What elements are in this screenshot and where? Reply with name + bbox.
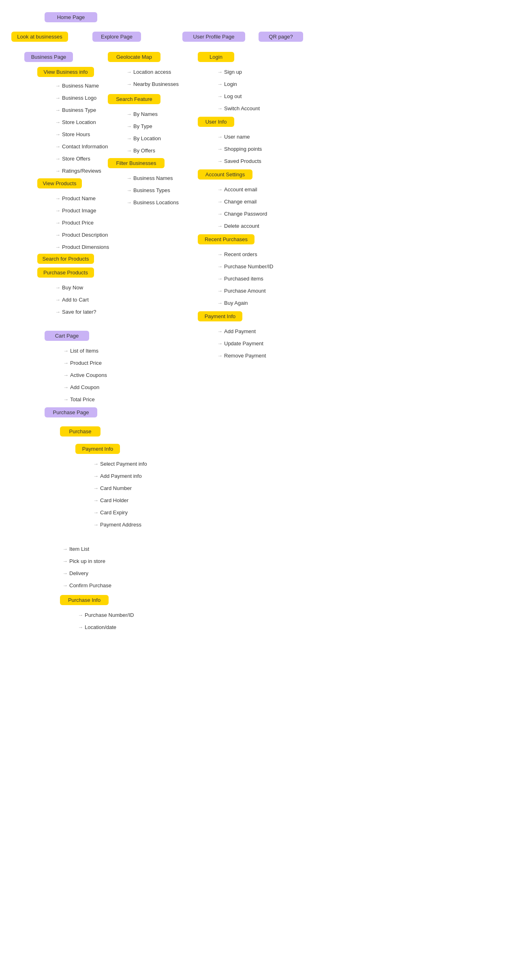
ratings-reviews-node: →Ratings/Reviews bbox=[53, 167, 104, 175]
search-feature-node: Search Feature bbox=[108, 94, 160, 104]
location-access-label: Location access bbox=[133, 69, 171, 75]
switch-account-node: →Switch Account bbox=[215, 105, 262, 112]
add-to-cart-label: Add to Cart bbox=[62, 297, 89, 303]
ratings-reviews-label: Ratings/Reviews bbox=[62, 168, 101, 174]
recent-orders-node: →Recent orders bbox=[215, 250, 260, 258]
recent-purchases-label: Recent Purchases bbox=[205, 236, 248, 242]
explore-page-node: Explore Page bbox=[92, 32, 141, 42]
list-of-items-label: List of Items bbox=[70, 348, 98, 354]
product-image-label: Product Image bbox=[62, 208, 96, 214]
delete-account-label: Delete account bbox=[224, 223, 259, 229]
product-price-cart-label: Product Price bbox=[70, 360, 102, 366]
business-locations-label: Business Locations bbox=[133, 199, 179, 205]
card-number-label: Card Number bbox=[100, 485, 132, 491]
by-type-label: By Type bbox=[133, 123, 152, 129]
delivery-label: Delivery bbox=[69, 570, 88, 576]
product-name-label: Product Name bbox=[62, 195, 96, 201]
user-profile-page-label: User Profile Page bbox=[193, 34, 235, 40]
user-profile-page-node: User Profile Page bbox=[182, 32, 245, 42]
switch-account-label: Switch Account bbox=[224, 105, 260, 111]
add-payment-info-node: →Add Payment info bbox=[91, 472, 144, 480]
nearby-businesses-label: Nearby Businesses bbox=[133, 81, 179, 87]
card-holder-node: →Card Holder bbox=[91, 496, 131, 504]
add-coupon-node: →Add Coupon bbox=[61, 383, 102, 391]
purchase-page-label: Purchase Page bbox=[53, 409, 89, 415]
product-price-cart-node: →Product Price bbox=[61, 359, 104, 367]
nearby-businesses-node: →Nearby Businesses bbox=[124, 80, 181, 88]
user-name-node: →User name bbox=[215, 133, 252, 141]
purchased-items-node: →Purchased items bbox=[215, 275, 266, 282]
business-names-node: →Business Names bbox=[124, 174, 175, 182]
by-location-node: →By Location bbox=[124, 135, 163, 142]
look-at-businesses-label: Look at businesses bbox=[17, 34, 62, 40]
by-names-label: By Names bbox=[133, 111, 158, 117]
log-out-node: →Log out bbox=[215, 92, 244, 100]
purchase-info-node: Purchase Info bbox=[60, 595, 109, 605]
buy-again-label: Buy Again bbox=[224, 300, 248, 306]
payment-info-user-label: Payment Info bbox=[205, 313, 236, 319]
purchased-items-label: Purchased items bbox=[224, 276, 263, 282]
delivery-node: →Delivery bbox=[60, 569, 91, 577]
account-email-label: Account email bbox=[224, 186, 257, 193]
product-dimensions-label: Product Dimensions bbox=[62, 244, 109, 250]
qr-page-node: QR page? bbox=[259, 32, 303, 42]
business-names-label: Business Names bbox=[133, 175, 173, 181]
remove-payment-label: Remove Payment bbox=[224, 353, 266, 359]
purchase-label: Purchase bbox=[69, 428, 92, 434]
store-offers-label: Store Offers bbox=[62, 156, 90, 162]
filter-businesses-label: Filter Businesses bbox=[116, 160, 156, 166]
purchase-number-id-info-node: →Purchase Number/ID bbox=[75, 611, 136, 619]
location-date-node: →Location/date bbox=[75, 623, 119, 631]
recent-orders-label: Recent orders bbox=[224, 251, 257, 257]
cart-page-label: Cart Page bbox=[55, 333, 79, 339]
total-price-node: →Total Price bbox=[61, 396, 97, 403]
user-info-node: User Info bbox=[198, 117, 234, 127]
remove-payment-node: →Remove Payment bbox=[215, 352, 268, 359]
card-expiry-node: →Card Expiry bbox=[91, 509, 130, 516]
pick-up-in-store-label: Pick up in store bbox=[69, 558, 105, 564]
card-number-node: →Card Number bbox=[91, 484, 134, 492]
qr-page-label: QR page? bbox=[269, 34, 293, 40]
store-location-node: →Store Location bbox=[53, 118, 98, 126]
purchase-number-id-node: →Purchase Number/ID bbox=[215, 263, 276, 270]
by-offers-label: By Offers bbox=[133, 148, 155, 154]
account-settings-label: Account Settings bbox=[205, 171, 245, 178]
by-offers-node: →By Offers bbox=[124, 147, 158, 154]
login-node: Login bbox=[198, 52, 234, 62]
product-description-label: Product Description bbox=[62, 232, 108, 238]
purchase-number-id-label: Purchase Number/ID bbox=[224, 263, 273, 270]
purchase-amount-label: Purchase Amount bbox=[224, 288, 266, 294]
location-access-node: →Location access bbox=[124, 68, 173, 76]
add-coupon-label: Add Coupon bbox=[70, 384, 99, 390]
by-location-label: By Location bbox=[133, 135, 161, 141]
add-payment-node: →Add Payment bbox=[215, 327, 258, 335]
business-logo-node: →Business Logo bbox=[53, 94, 99, 102]
store-location-label: Store Location bbox=[62, 119, 96, 125]
product-name-node: →Product Name bbox=[53, 195, 98, 202]
business-types-label: Business Types bbox=[133, 187, 170, 193]
search-feature-label: Search Feature bbox=[116, 96, 152, 102]
business-page-label: Business Page bbox=[31, 54, 66, 60]
recent-purchases-node: Recent Purchases bbox=[198, 234, 254, 244]
view-business-info-label: View Business info bbox=[44, 69, 88, 75]
business-name-node: →Business Name bbox=[53, 82, 101, 90]
view-products-label: View Products bbox=[43, 180, 77, 186]
shopping-points-label: Shopping points bbox=[224, 146, 262, 152]
business-locations-node: →Business Locations bbox=[124, 199, 181, 206]
mindmap-diagram: Home Page Look at businesses Business Pa… bbox=[0, 0, 509, 16]
select-payment-info-node: →Select Payment info bbox=[91, 460, 150, 468]
add-to-cart-node: →Add to Cart bbox=[53, 296, 91, 304]
home-page-label: Home Page bbox=[57, 14, 85, 20]
product-description-node: →Product Description bbox=[53, 231, 110, 239]
filter-businesses-node: Filter Businesses bbox=[108, 158, 165, 168]
user-name-label: User name bbox=[224, 134, 250, 140]
geolocate-map-label: Geolocate Map bbox=[116, 54, 152, 60]
location-date-label: Location/date bbox=[85, 624, 116, 630]
change-email-node: →Change email bbox=[215, 198, 259, 205]
delete-account-node: →Delete account bbox=[215, 222, 262, 230]
payment-info-user-node: Payment Info bbox=[198, 311, 242, 321]
purchase-page-node: Purchase Page bbox=[45, 407, 97, 417]
account-email-node: →Account email bbox=[215, 186, 260, 193]
business-page-node: Business Page bbox=[24, 52, 73, 62]
product-price-node: →Product Price bbox=[53, 219, 96, 227]
